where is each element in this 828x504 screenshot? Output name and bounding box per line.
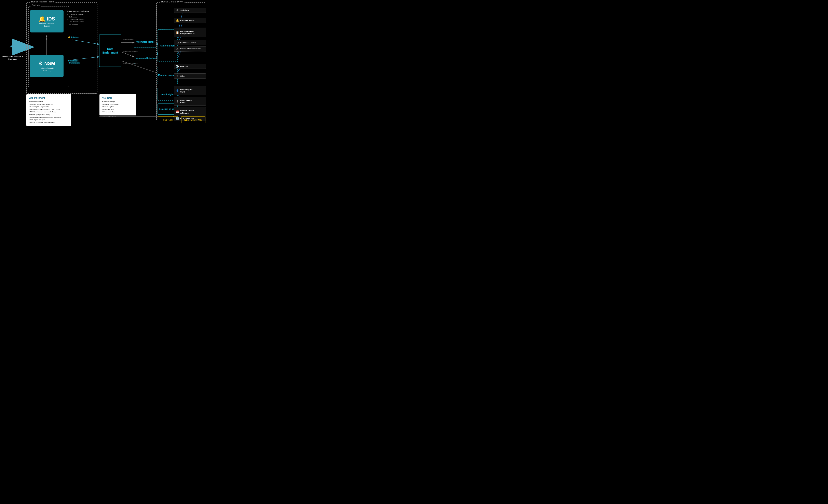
sightings-label: Sightings [180,9,189,11]
nsm-data-info: NSM data: + Transaction logs + Detailed … [99,94,136,116]
output-host-card: 👤 Host InsightsCard [174,86,206,95]
de-item-8: + TLS Cipher analytics [29,119,69,121]
ids-alerts-text: IDS Alerts [71,36,80,38]
de-item-5: + FQDN enrichment (reverse lookup) [29,111,69,113]
ids-sub: Intrusion DetectionSystem [39,23,54,27]
proto-icon: ⚙ [68,60,70,62]
automated-triage-box: Automated Triage [134,36,156,48]
beacon-icon: 📡 [176,65,179,68]
output-enriched-alerts: 🔔 Enriched Alerts [174,18,206,23]
output-assets: 🗂 Assets under attack [174,40,206,45]
serious-label: Serious & imminent threats [180,48,201,50]
de-item-6: + Device type (network roles) [29,113,69,116]
architecture-diagram: ☁ ⠿ Network Traffic Cloud & On-premis St… [0,0,207,126]
automated-triage-label: Automated Triage [136,41,155,43]
nsm-block: ⚙ NSM Network SecurityMonitoring [30,55,64,77]
eye-icon: 👁 [176,9,179,12]
detection-as-code-label: Detection as code [159,108,176,110]
printer-icon: 🖨 [176,100,179,103]
output-serious: ⚠ Serious & imminent threats [174,46,206,51]
web-interface-label: WEB INTERFACE [184,119,202,121]
nsm-data-info-title: NSM data: [102,96,133,100]
de-item-7: + Organizational context/ Network Defini… [29,116,69,119]
network-dots: ⠿ [2,50,24,55]
assets-label: Assets under attack [180,41,196,43]
beacons-label: Beacons [180,65,189,67]
nsm-item-1: + Transaction logs [102,100,133,103]
proto-trans-text: Protocols Transactions [68,60,80,64]
homoglyph-label: Homoglyph Detection [134,57,156,59]
nsm-label: NSM [44,61,55,66]
nsm-item-2: + Detailed flow records [102,103,133,106]
probe-title: Stamus Network Probe [30,0,55,3]
de-item-3: + HASSH (SSH fingerprints) [29,106,69,108]
suricata-title: Suricata [31,4,41,6]
data-enrichment-info-title: Data enrichment: [29,96,69,100]
rules-item-4: + User-defined rulesets [68,21,96,23]
stateful-logic-label: Stateful Logic [160,44,175,47]
data-enrichment-label: Data Enrichment [99,47,121,54]
output-declarations: 📋 Declarations ofCompromise ™ [174,28,206,37]
rules-text: Rules & threat intelligence + Commercial… [68,10,96,26]
pencil-icon: ✏ [176,75,179,78]
bell-small-icon: 🔔 [68,36,70,38]
custom-events-label: Custom Events& Reports [180,109,194,114]
output-beacons: 📡 Beacons [174,64,206,69]
enriched-alerts-output-label: Enriched Alerts [180,19,195,21]
de-item-9: + DCERPC function name mappings [29,121,69,124]
data-enrichment-box: Data Enrichment [99,35,121,67]
rules-item-3: + Open-source rulesets [68,18,96,21]
rules-item-1: + Commercial rulesets [68,13,96,16]
declarations-label: Declarations ofCompromise ™ [180,30,195,35]
nsm-item-3: + Packet capture [102,106,133,108]
other-label: Other [180,75,185,77]
enriched-alerts-label: Enriched Alerts [123,39,134,40]
output-other: ✏ Other [174,74,206,79]
proto-trans-label: ⚙ Protocols Transactions [68,60,80,64]
ids-label: IDS [47,16,55,22]
network-traffic-label: Network Traffic Cloud & On-premis [2,56,24,60]
calendar-icon: 📅 [176,110,179,113]
asset-types-label: Asset Types/Roles [180,99,192,104]
rules-item-2: + DoC ruleset [68,16,96,18]
output-custom-events: 📅 Custom Events& Reports [174,107,206,117]
output-sightings: 👁 Sightings [174,8,206,13]
network-traffic: ☁ ⠿ Network Traffic Cloud & On-premis [2,41,24,60]
rest-api-label: REST API [163,119,173,121]
rules-item-5: + IoC matching [68,23,96,26]
warning-icon: ⚠ [176,47,179,50]
central-title: Stamus Central Server [160,0,184,3]
bell-output-icon: 🔔 [176,19,179,22]
assets-icon: 🗂 [176,41,179,44]
web-interface-box: WEB INTERFACE [181,117,205,123]
person-icon: 👤 [176,89,179,92]
rest-api-box: REST API [158,117,178,123]
output-asset-types: 🖨 Asset Types/Roles [174,97,206,105]
de-item-1: + GeoIP information [29,100,69,103]
host-card-label: Host InsightsCard [180,88,193,93]
api-web-connector [178,119,181,121]
ids-block: 🔔 IDS Intrusion DetectionSystem [30,10,64,33]
data-enrichment-info: Data enrichment: + GeoIP information + J… [27,94,71,126]
nsm-item-5: + Other meta data [102,111,133,113]
homoglyph-box: Homoglyph Detection [134,52,156,64]
de-item-2: + JA3/JA4 (SSL/TLS fingerprints) [29,103,69,106]
de-item-4: + Hostname breakdown (TLS, HTTP, DNS) [29,108,69,111]
nsm-item-4: + Extracted files [102,108,133,111]
host-insights-label: Host Insights [161,93,175,96]
nsm-icon: ⚙ [38,60,43,67]
rules-title: Rules & threat intelligence [68,10,96,13]
ids-alerts-label: 🔔 IDS Alerts [68,36,79,38]
bell-icon: 🔔 [39,16,46,22]
svg-line-9 [121,52,134,57]
cloud-icon: ☁ [2,41,24,49]
ids-nsm-arrow: ↑ [44,35,48,43]
doc-icon: 📋 [176,31,179,34]
nsm-sub: Network SecurityMonitoring [40,67,53,72]
